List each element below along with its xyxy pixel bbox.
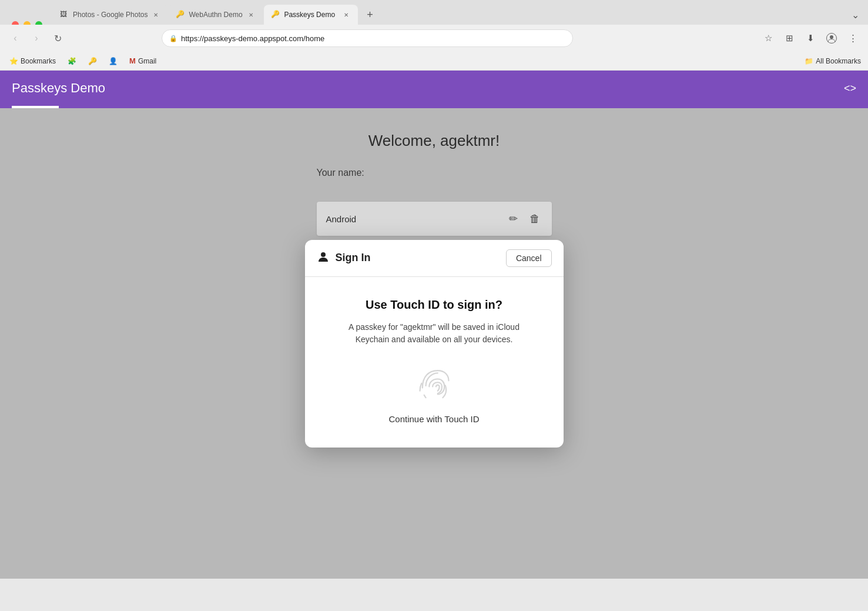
sign-in-modal: Sign In Cancel Use Touch ID to sign in? … <box>305 240 564 448</box>
app-title: Passkeys Demo <box>12 81 105 96</box>
back-button[interactable]: ‹ <box>7 30 24 46</box>
toolbar-right: ☆ ⊞ ⬇ ⋮ <box>760 30 861 46</box>
url-bar[interactable]: 🔒 https://passkeys-demo.appspot.com/home <box>162 29 573 47</box>
extension-icon[interactable]: ⊞ <box>781 30 797 46</box>
bookmark-label: Bookmarks <box>21 57 56 65</box>
tab-overflow-button[interactable]: ⌄ <box>847 6 863 23</box>
bookmark-gmail-label: Gmail <box>138 57 156 65</box>
tab-title-photos: Photos - Google Photos <box>73 11 148 19</box>
modal-main-title: Use Touch ID to sign in? <box>366 298 502 312</box>
tab-close-passkeys[interactable]: ✕ <box>341 10 351 19</box>
bookmark-puzzle[interactable]: 🧩 <box>65 56 79 66</box>
menu-button[interactable]: ⋮ <box>844 30 861 46</box>
bookmark-gmail[interactable]: M Gmail <box>127 55 159 66</box>
modal-continue-text: Continue with Touch ID <box>389 414 480 424</box>
sign-in-icon <box>317 250 330 266</box>
code-toggle-button[interactable]: <> <box>844 82 856 95</box>
new-tab-button[interactable]: + <box>361 6 378 23</box>
tab-title-passkeys: Passkeys Demo <box>284 11 338 19</box>
bookmarks-bar: ⭐ Bookmarks 🧩 🔑 👤 M Gmail 📁 All Bookmark… <box>0 52 868 71</box>
app-header-inner: Passkeys Demo <> <box>0 71 868 106</box>
modal-overlay: Sign In Cancel Use Touch ID to sign in? … <box>0 108 868 579</box>
bookmark-bookmarks[interactable]: ⭐ Bookmarks <box>7 56 58 66</box>
gmail-icon: M <box>129 56 136 65</box>
tab-favicon-passkeys: 🔑 <box>271 10 280 19</box>
bookmark-user[interactable]: 👤 <box>106 56 120 66</box>
tab-close-photos[interactable]: ✕ <box>151 10 160 19</box>
modal-body: Use Touch ID to sign in? A passkey for "… <box>305 277 564 448</box>
lock-icon: 🔒 <box>169 35 177 42</box>
profile-icon[interactable] <box>823 30 840 46</box>
all-bookmarks-label: All Bookmarks <box>816 57 861 65</box>
folder-icon: 📁 <box>805 57 813 65</box>
tab-passkeys[interactable]: 🔑 Passkeys Demo ✕ <box>264 5 358 25</box>
tab-close-webauthn[interactable]: ✕ <box>246 10 256 19</box>
code-icon: <> <box>844 82 856 95</box>
tab-webauthn[interactable]: 🔑 WebAuthn Demo ✕ <box>169 5 263 25</box>
all-bookmarks-button[interactable]: 📁 All Bookmarks <box>805 57 861 65</box>
bookmark-icon-4: 👤 <box>109 57 118 65</box>
app-header: Passkeys Demo <> <box>0 71 868 108</box>
modal-description: A passkey for "agektmr" will be saved in… <box>334 321 534 346</box>
bookmark-icon: ⭐ <box>9 57 18 65</box>
tab-favicon-photos: 🖼 <box>60 10 69 19</box>
fingerprint-icon <box>413 365 455 409</box>
modal-header-title: Sign In <box>336 252 500 264</box>
bookmark-icon-3: 🔑 <box>88 57 97 65</box>
svg-point-1 <box>830 35 833 39</box>
page-content: Welcome, agektmr! Your name: Android ✏ 🗑… <box>0 108 868 579</box>
tab-favicon-webauthn: 🔑 <box>176 10 185 19</box>
forward-button[interactable]: › <box>28 30 45 46</box>
tab-photos[interactable]: 🖼 Photos - Google Photos ✕ <box>53 5 167 25</box>
star-icon[interactable]: ☆ <box>760 30 776 46</box>
svg-point-2 <box>321 252 326 257</box>
bookmark-icon-2: 🧩 <box>68 57 76 65</box>
tab-title-webauthn: WebAuthn Demo <box>189 11 243 19</box>
tab-bar: 🖼 Photos - Google Photos ✕ 🔑 WebAuthn De… <box>0 0 868 25</box>
refresh-button[interactable]: ↻ <box>49 30 66 46</box>
address-bar: ‹ › ↻ 🔒 https://passkeys-demo.appspot.co… <box>0 25 868 52</box>
modal-header: Sign In Cancel <box>305 240 564 277</box>
download-icon[interactable]: ⬇ <box>802 30 819 46</box>
url-text: https://passkeys-demo.appspot.com/home <box>181 34 565 43</box>
modal-cancel-button[interactable]: Cancel <box>506 249 552 267</box>
bookmark-key[interactable]: 🔑 <box>86 56 99 66</box>
browser-chrome: 🖼 Photos - Google Photos ✕ 🔑 WebAuthn De… <box>0 0 868 71</box>
